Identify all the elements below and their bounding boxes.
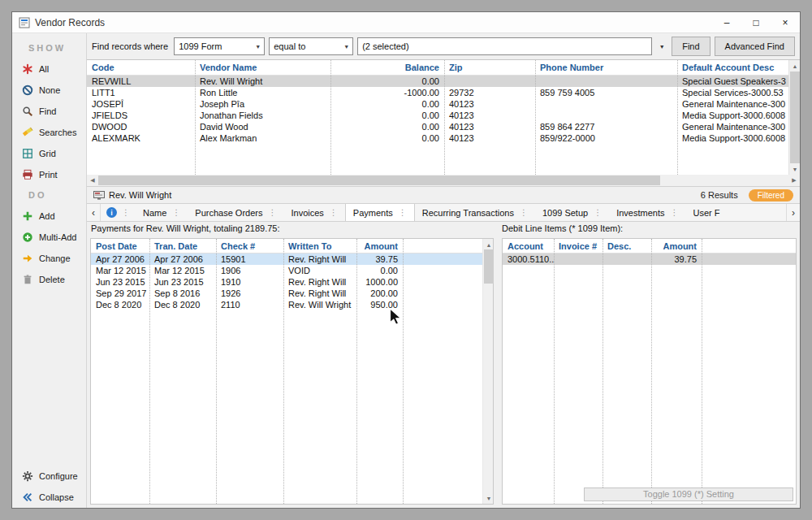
cell: 0.00 — [356, 265, 403, 276]
tab-recurring-transactions[interactable]: Recurring Transactions⋮ — [415, 204, 535, 221]
close-icon: × — [782, 17, 788, 28]
column-header-account[interactable]: Account — [503, 239, 554, 253]
column-header-amount[interactable]: Amount — [651, 239, 702, 253]
sidebar-item-collapse[interactable]: Collapse — [12, 487, 86, 508]
sidebar-item-delete[interactable]: Delete — [12, 269, 86, 290]
tab-label: Investments — [616, 208, 664, 218]
sidebar-item-change[interactable]: Change — [12, 248, 86, 269]
column-header-invoice-number[interactable]: Invoice # — [554, 239, 603, 253]
sidebar-item-none[interactable]: None — [12, 80, 86, 101]
tab-grip-icon: ⋮ — [594, 208, 602, 217]
debit-table-header: Account Invoice # Desc. Amount — [503, 239, 796, 254]
scroll-down-icon[interactable]: ▼ — [789, 163, 801, 175]
sidebar-item-label: Change — [39, 254, 71, 263]
tabs-scroll-right-button[interactable]: › — [786, 204, 800, 221]
cell: Jun 23 2015 — [149, 276, 216, 288]
scroll-up-icon[interactable]: ▲ — [789, 60, 801, 72]
cell — [403, 288, 482, 299]
tab-purchase-orders[interactable]: Purchase Orders⋮ — [188, 204, 283, 221]
table-row[interactable]: JFIELDS Jonathan Fields 0.00 40123 Media… — [87, 110, 788, 121]
vendor-grid: Code Vendor Name Balance Zip Phone Numbe… — [87, 59, 800, 175]
table-row[interactable]: REVWILL Rev. Will Wright 0.00 Special Gu… — [87, 76, 788, 87]
column-separator — [195, 60, 196, 175]
tab-info[interactable]: i ⋮ — [101, 204, 136, 221]
sidebar-item-configure[interactable]: Configure — [12, 466, 86, 487]
sidebar-item-searches[interactable]: Searches — [12, 122, 86, 143]
tab-name[interactable]: Name⋮ — [136, 204, 188, 221]
cell: Sep 29 2017 — [91, 288, 149, 299]
cell — [535, 98, 677, 110]
scrollbar-thumb[interactable] — [484, 249, 494, 284]
tab-payments[interactable]: Payments⋮ — [345, 204, 415, 221]
close-button[interactable]: × — [771, 12, 800, 32]
debit-panel-title: Debit Line Items (* 1099 Item): — [502, 223, 623, 233]
scroll-up-icon[interactable]: ▲ — [483, 239, 495, 250]
sidebar-item-find[interactable]: Find — [12, 101, 86, 122]
scrollbar-thumb[interactable] — [790, 72, 800, 163]
find-field-dropdown[interactable]: 1099 Form ▼ — [174, 37, 265, 55]
sidebar-item-label: Print — [39, 170, 58, 180]
tab-invoices[interactable]: Invoices⋮ — [284, 204, 345, 221]
table-row[interactable]: LITT1 Ron Little -1000.00 29732 859 759 … — [87, 87, 788, 98]
sidebar-item-all[interactable]: All — [12, 58, 86, 80]
scroll-left-icon[interactable]: ◀ — [87, 175, 98, 186]
scroll-down-icon[interactable]: ▼ — [483, 492, 495, 504]
mouse-cursor-icon — [389, 308, 402, 325]
sidebar-item-print[interactable]: Print — [12, 164, 86, 185]
titlebar[interactable]: Vendor Records – □ × — [12, 12, 800, 33]
payments-vertical-scrollbar[interactable]: ▲ ▼ — [482, 239, 493, 504]
column-separator — [330, 60, 331, 175]
tab-user-fields[interactable]: User F — [685, 204, 727, 221]
table-row[interactable]: ALEXMARK Alex Markman 0.00 40123 859/922… — [87, 132, 788, 144]
column-header-code[interactable]: Code — [87, 60, 195, 75]
sidebar-item-grid[interactable]: Grid — [12, 143, 86, 164]
find-button[interactable]: Find — [672, 37, 710, 56]
table-row[interactable]: 3000.5110.... 39.75 — [503, 254, 796, 265]
cell: 200.00 — [356, 288, 403, 299]
table-row[interactable]: DWOOD David Wood 0.00 40123 859 864 2277… — [87, 121, 788, 132]
column-header-default-account[interactable]: Default Account Desc — [677, 60, 788, 75]
find-value-input[interactable]: (2 selected) — [357, 37, 652, 55]
cell: 40123 — [444, 98, 535, 110]
tab-label: Name — [143, 208, 166, 218]
find-history-dropdown[interactable]: ▼ — [656, 44, 667, 50]
column-header-phone[interactable]: Phone Number — [535, 60, 677, 75]
sidebar-spacer — [12, 290, 86, 466]
column-header-vendor-name[interactable]: Vendor Name — [195, 60, 330, 75]
scrollbar-thumb[interactable] — [98, 176, 660, 185]
sidebar-show-header: SHOW — [12, 38, 86, 58]
tabs-scroll-left-button[interactable]: ‹ — [87, 204, 101, 221]
toggle-1099-setting-button[interactable]: Toggle 1099 (*) Setting — [584, 488, 793, 501]
column-header-zip[interactable]: Zip — [444, 60, 535, 75]
cell: Joseph Pîa — [195, 98, 330, 110]
column-header-tran-date[interactable]: Tran. Date — [149, 239, 216, 253]
tab-investments[interactable]: Investments⋮ — [609, 204, 685, 221]
scroll-right-icon[interactable]: ▶ — [788, 175, 800, 186]
column-header-desc[interactable]: Desc. — [603, 239, 651, 253]
tab-1099-setup[interactable]: 1099 Setup⋮ — [535, 204, 609, 221]
minimize-button[interactable]: – — [712, 12, 741, 32]
column-header-check-number[interactable]: Check # — [216, 239, 283, 253]
filtered-badge[interactable]: Filtered — [749, 189, 793, 202]
column-header-amount[interactable]: Amount — [356, 239, 403, 253]
circle-plus-icon — [22, 232, 33, 243]
maximize-button[interactable]: □ — [741, 12, 771, 32]
table-row[interactable]: JOSEPÎ Joseph Pîa 0.00 40123 General Mai… — [87, 98, 788, 110]
tab-grip-icon: ⋮ — [520, 208, 528, 217]
cell: David Wood — [195, 121, 330, 132]
column-header-balance[interactable]: Balance — [330, 60, 444, 75]
vendor-grid-vertical-scrollbar[interactable]: ▲ ▼ — [788, 60, 800, 175]
advanced-find-button[interactable]: Advanced Find — [715, 37, 795, 56]
column-separator — [444, 60, 445, 175]
column-header-filler — [702, 239, 796, 253]
vendor-records-window: Vendor Records – □ × SHOW All None Find — [11, 11, 801, 509]
vendor-grid-horizontal-scrollbar[interactable]: ◀ ▶ — [87, 175, 800, 186]
column-header-post-date[interactable]: Post Date — [91, 239, 149, 253]
gear-icon — [22, 470, 33, 482]
sidebar-item-add[interactable]: Add — [12, 206, 86, 227]
chevron-down-icon: ▼ — [252, 38, 264, 54]
find-operator-dropdown[interactable]: equal to ▼ — [269, 37, 353, 55]
column-header-written-to[interactable]: Written To — [283, 239, 356, 253]
cell: 1000.00 — [356, 276, 403, 288]
sidebar-item-multi-add[interactable]: Multi-Add — [12, 227, 86, 248]
